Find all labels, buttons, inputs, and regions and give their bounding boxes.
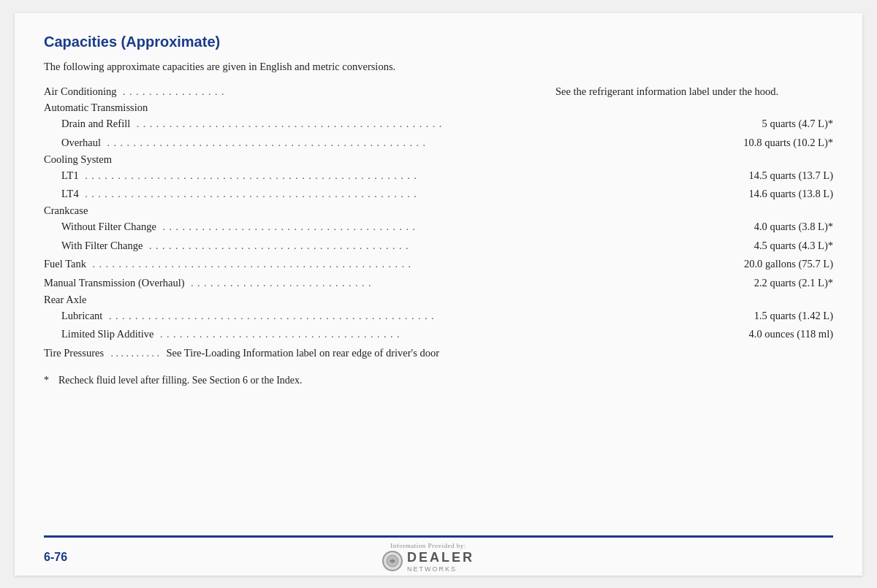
item-value: See the refrigerant information label un… [555, 83, 833, 99]
page-number: 6-76 [44, 551, 67, 564]
dot-leader: . . . . . . . . . . . . . . . . . . . . … [82, 168, 699, 184]
item-value: See Tire-Loading Information label on re… [167, 345, 459, 361]
item-label: Tire Pressures [44, 345, 104, 361]
list-item: LT1 . . . . . . . . . . . . . . . . . . … [44, 167, 833, 184]
item-value: 14.5 quarts (13.7 L) [702, 167, 833, 183]
list-item: Limited Slip Additive . . . . . . . . . … [44, 326, 833, 343]
item-label: Lubricant [44, 308, 102, 324]
dot-leader: . . . . . . . . . . . . . . . . . . . . … [104, 135, 699, 151]
dot-leader: . . . . . . . . . . . . . . . . . . . . … [133, 116, 699, 132]
item-value: 2.2 quarts (2.1 L)* [702, 275, 833, 291]
intro-text: The following approximate capacities are… [44, 61, 833, 73]
list-item: Tire Pressures . . . . . . . . . . See T… [44, 345, 833, 362]
list-item: Lubricant . . . . . . . . . . . . . . . … [44, 308, 833, 324]
dot-leader: . . . . . . . . . . . . . . . . . . . . … [105, 308, 699, 324]
dot-leader: . . . . . . . . . . . . . . . . [120, 84, 553, 100]
footnote-text: Recheck fluid level after filling. See S… [58, 375, 303, 386]
page-container: Capacities (Approximate) The following a… [15, 13, 862, 576]
item-value: 14.6 quarts (13.8 L) [702, 186, 833, 202]
page-title: Capacities (Approximate) [44, 34, 833, 50]
dot-leader: . . . . . . . . . . . . . . . . . . . . … [188, 275, 699, 291]
section-label: Crankcase [44, 205, 88, 216]
item-label: Drain and Refill [44, 115, 130, 131]
capacities-list: Air Conditioning . . . . . . . . . . . .… [44, 83, 833, 362]
item-value: 1.5 quarts (1.42 L) [702, 308, 833, 324]
list-item: Overhaul . . . . . . . . . . . . . . . .… [44, 134, 833, 151]
list-item: LT4 . . . . . . . . . . . . . . . . . . … [44, 186, 833, 202]
item-value: 10.8 quarts (10.2 L)* [702, 134, 833, 150]
item-label: With Filter Change [44, 237, 143, 253]
item-label: LT4 [44, 186, 79, 202]
dealer-text-group: DEALER NETWORKS [407, 550, 474, 573]
item-label: Overhaul [44, 134, 101, 150]
dealer-info-text: Information Provided by: [390, 542, 466, 549]
dealer-logo: Information Provided by: DEALER NETWORKS [382, 542, 474, 573]
dealer-sub-text: NETWORKS [407, 565, 474, 573]
item-value: 4.0 ounces (118 ml) [702, 326, 833, 342]
item-label: Limited Slip Additive [44, 326, 153, 342]
list-item: Fuel Tank . . . . . . . . . . . . . . . … [44, 256, 833, 272]
footnote: * Recheck fluid level after filling. See… [44, 375, 833, 386]
section-label: Cooling System [44, 153, 112, 165]
item-value: 4.5 quarts (4.3 L)* [702, 237, 833, 253]
dealer-brand: DEALER NETWORKS [382, 550, 474, 573]
footnote-star: * [44, 375, 53, 386]
page-footer: 6-76 Information Provided by: DEALER NET… [44, 535, 833, 576]
dot-leader: . . . . . . . . . . . . . . . . . . . . … [145, 238, 699, 254]
dot-leader: . . . . . . . . . . . . . . . . . . . . … [159, 219, 699, 235]
item-label: Manual Transmission (Overhaul) [44, 275, 185, 291]
content-area: Capacities (Approximate) The following a… [44, 34, 833, 535]
dot-leader: . . . . . . . . . . . . . . . . . . . . … [89, 256, 699, 272]
dot-leader: . . . . . . . . . . [108, 345, 162, 362]
dealer-icon [382, 551, 403, 571]
section-header: Cooling System [44, 153, 833, 166]
item-label: Without Filter Change [44, 218, 156, 234]
dot-leader: . . . . . . . . . . . . . . . . . . . . … [156, 327, 699, 343]
item-label: Fuel Tank [44, 256, 86, 272]
list-item: Air Conditioning . . . . . . . . . . . .… [44, 83, 833, 100]
item-value: 4.0 quarts (3.8 L)* [702, 218, 833, 234]
item-value: 20.0 gallons (75.7 L) [702, 256, 833, 272]
section-label: Automatic Transmission [44, 102, 148, 113]
list-item: With Filter Change . . . . . . . . . . .… [44, 237, 833, 254]
section-header: Crankcase [44, 205, 833, 217]
section-header: Automatic Transmission [44, 102, 833, 114]
dealer-name-text: DEALER [407, 550, 474, 565]
item-label: Air Conditioning [44, 83, 117, 99]
list-item: Manual Transmission (Overhaul) . . . . .… [44, 275, 833, 291]
section-label: Rear Axle [44, 294, 86, 305]
item-label: LT1 [44, 167, 79, 183]
item-value: 5 quarts (4.7 L)* [702, 115, 833, 131]
dot-leader: . . . . . . . . . . . . . . . . . . . . … [82, 186, 699, 202]
list-item: Drain and Refill . . . . . . . . . . . .… [44, 115, 833, 132]
list-item: Without Filter Change . . . . . . . . . … [44, 218, 833, 235]
section-header: Rear Axle [44, 294, 833, 306]
